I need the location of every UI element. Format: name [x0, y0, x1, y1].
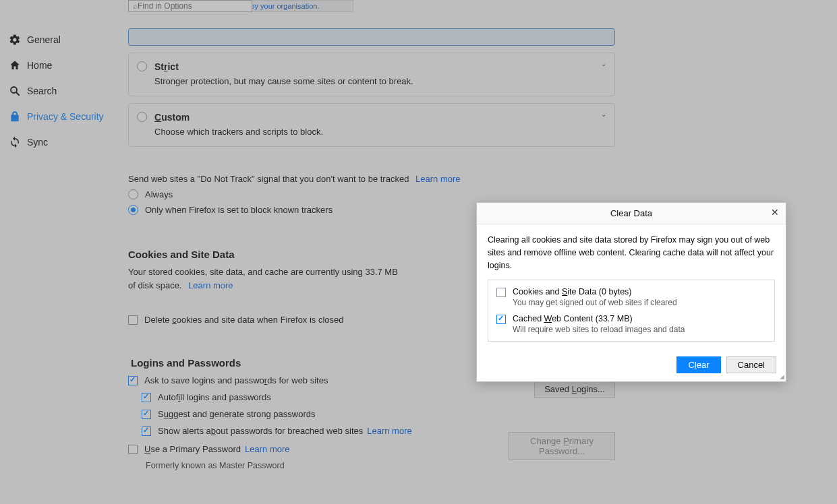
dialog-title-bar: Clear Data ✕: [477, 203, 786, 224]
resize-handle[interactable]: ◢: [780, 373, 784, 380]
dialog-title: Clear Data: [610, 208, 652, 218]
close-icon[interactable]: ✕: [771, 207, 779, 218]
clear-button[interactable]: Clear: [676, 356, 720, 373]
chk-cookies-sitedata-label: Cookies and Site Data (0 bytes): [513, 287, 677, 296]
chk-cookies-sitedata[interactable]: [496, 288, 506, 297]
chk-cookies-sitedata-desc: You may get signed out of web sites if c…: [513, 298, 677, 307]
chk-cached-web-label: Cached Web Content (33.7 MB): [513, 314, 685, 323]
chk-cached-web-desc: Will require web sites to reload images …: [513, 325, 685, 334]
dialog-options: Cookies and Site Data (0 bytes) You may …: [488, 280, 775, 342]
clear-data-dialog: Clear Data ✕ Clearing all cookies and si…: [476, 202, 786, 382]
dialog-desc: Clearing all cookies and site data store…: [488, 234, 775, 272]
cancel-button[interactable]: Cancel: [726, 356, 776, 373]
chk-cached-web[interactable]: [496, 315, 506, 324]
